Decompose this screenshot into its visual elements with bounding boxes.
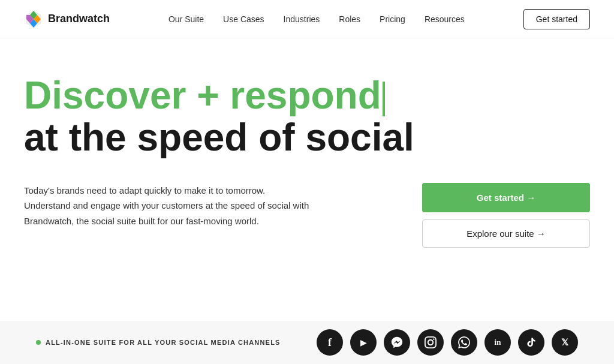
explore-suite-button[interactable]: Explore our suite →: [422, 219, 590, 248]
instagram-icon[interactable]: [417, 329, 444, 356]
hero-body: Today's brands need to adapt quickly to …: [24, 183, 590, 248]
navbar: Brandwatch Our Suite Use Cases Industrie…: [0, 0, 614, 38]
instagram-svg: [425, 336, 437, 348]
hero-section: Discover + respond at the speed of socia…: [0, 38, 614, 272]
band-label-text: All-in-one suite for all your social med…: [46, 339, 281, 346]
nav-link-our-suite[interactable]: Our Suite: [168, 14, 204, 24]
twitter-icon[interactable]: 𝕏: [552, 329, 578, 356]
hero-buttons: Get started → Explore our suite →: [422, 183, 590, 248]
nav-link-industries[interactable]: Industries: [284, 14, 320, 24]
whatsapp-svg: [458, 336, 470, 348]
nav-link-use-cases[interactable]: Use Cases: [223, 14, 264, 24]
nav-links: Our Suite Use Cases Industries Roles Pri…: [168, 14, 465, 24]
text-cursor: [383, 82, 385, 116]
tiktok-icon[interactable]: [518, 329, 544, 356]
nav-link-roles[interactable]: Roles: [339, 14, 360, 24]
youtube-icon[interactable]: ▶: [350, 329, 377, 356]
hero-headline: Discover + respond at the speed of socia…: [24, 74, 590, 159]
tiktok-svg: [526, 337, 537, 348]
headline-speed-of-social: at the speed of social: [24, 116, 414, 159]
bottom-band: All-in-one suite for all your social med…: [0, 321, 614, 364]
band-label-container: All-in-one suite for all your social med…: [36, 339, 281, 346]
hero-body-text: Today's brands need to adapt quickly to …: [24, 183, 312, 229]
messenger-svg: [390, 336, 404, 349]
get-started-button[interactable]: Get started →: [422, 183, 590, 212]
whatsapp-icon[interactable]: [451, 329, 477, 356]
band-dot-icon: [36, 340, 41, 345]
linkedin-icon[interactable]: in: [484, 329, 511, 356]
headline-discover-respond: Discover + respond: [24, 74, 381, 117]
facebook-icon[interactable]: f: [317, 329, 343, 356]
logo-text: Brandwatch: [48, 13, 110, 25]
nav-link-resources[interactable]: Resources: [425, 14, 465, 24]
nav-link-pricing[interactable]: Pricing: [380, 14, 405, 24]
messenger-icon[interactable]: [384, 329, 410, 356]
social-icons-row: f ▶ in 𝕏: [317, 329, 578, 356]
logo[interactable]: Brandwatch: [24, 10, 110, 29]
nav-get-started-button[interactable]: Get started: [523, 9, 590, 29]
brandwatch-logo-icon: [24, 10, 43, 29]
